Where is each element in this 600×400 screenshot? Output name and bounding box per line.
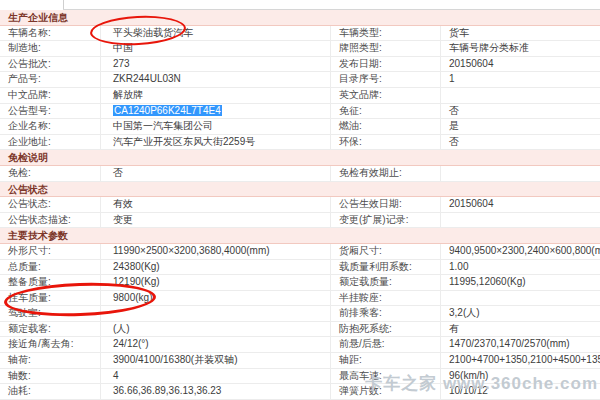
field-label: 中文品牌:: [0, 88, 100, 103]
table-row: 车辆名称:平头柴油载货汽车车辆类型:货车: [0, 26, 600, 42]
table-row: 公告状态:有效公告生效日期:20150604: [0, 197, 600, 213]
field-value: 汽车产业开发区东风大街2259号: [100, 135, 330, 150]
section-header: 生产企业信息: [0, 10, 600, 26]
field-value: 否: [100, 166, 330, 181]
field-label: 公告生效日期:: [330, 197, 440, 212]
table-row: 轴数:4最高车速:96(km/h): [0, 369, 600, 385]
field-label: 前排乘客:: [330, 306, 440, 321]
field-value: 12190(Kg): [100, 275, 330, 290]
field-value: 4: [100, 369, 330, 384]
field-value: ZKR244UL03N: [100, 72, 330, 87]
field-value: 36.66,36.89,36.13,36.23: [100, 384, 330, 399]
field-value: 9800(kg): [100, 291, 330, 306]
field-value: 96(km/h): [440, 369, 600, 384]
field-value: 中国: [100, 41, 330, 56]
field-label: 企业地址:: [0, 135, 100, 150]
field-value: 24/12(°): [100, 337, 330, 352]
field-label: 目录序号:: [330, 72, 440, 87]
field-label: 制造地:: [0, 41, 100, 56]
spec-table: 生产企业信息车辆名称:平头柴油载货汽车车辆类型:货车制造地:中国牌照类型:车辆号…: [0, 10, 600, 400]
field-value: 20150604: [440, 57, 600, 72]
field-label: 轴荷:: [0, 353, 100, 368]
field-value: 2100+4700+1350,2100+4500+1350(mm): [440, 353, 600, 368]
field-value: (人): [100, 322, 330, 337]
field-label: 整备质量:: [0, 275, 100, 290]
field-value: 有效: [100, 197, 330, 212]
field-value: 11990×2500×3200,3680,4000(mm): [100, 244, 330, 259]
field-value: 解放牌: [100, 88, 330, 103]
field-label: 英文品牌:: [330, 88, 440, 103]
field-label: 接近角/离去角:: [0, 337, 100, 352]
table-row: 公告批次:273发布日期:20150604: [0, 57, 600, 73]
field-label: 货厢尺寸:: [330, 244, 440, 259]
field-label: 外形尺寸:: [0, 244, 100, 259]
field-label: 挂车质量:: [0, 291, 100, 306]
field-value: [440, 88, 600, 103]
field-value: 1: [440, 72, 600, 87]
table-row: 中文品牌:解放牌英文品牌:: [0, 88, 600, 104]
table-row: 企业地址:汽车产业开发区东风大街2259号环保:否: [0, 135, 600, 151]
section-header: 主要技术参数: [0, 228, 600, 244]
table-row: 驾驶室:前排乘客:3,2(人): [0, 306, 600, 322]
field-value: [100, 306, 330, 321]
field-value: 3,2(人): [440, 306, 600, 321]
field-label: 总质量:: [0, 260, 100, 275]
table-row: 整备质量:12190(Kg)额定载质量:11995,12060(Kg): [0, 275, 600, 291]
field-value: 否: [440, 104, 600, 119]
field-label: 轴距:: [330, 353, 440, 368]
field-label: 产品号:: [0, 72, 100, 87]
field-label: 车辆名称:: [0, 26, 100, 41]
field-value: 平头柴油载货汽车: [100, 26, 330, 41]
field-value: [440, 291, 600, 306]
top-content-edge: [0, 0, 600, 10]
field-label: 额定载客:: [0, 322, 100, 337]
field-value: 24380(Kg): [100, 260, 330, 275]
field-label: 前悬/后悬:: [330, 337, 440, 352]
field-label: 公告状态:: [0, 197, 100, 212]
section-header: 公告状态: [0, 182, 600, 198]
field-label: 最高车速:: [330, 369, 440, 384]
field-value: 有: [440, 322, 600, 337]
field-value: [440, 213, 600, 228]
field-value: 11995,12060(Kg): [440, 275, 600, 290]
field-label: 环保:: [330, 135, 440, 150]
field-label: 公告批次:: [0, 57, 100, 72]
table-row: 轴荷:3900/4100/16380(并装双轴)轴距:2100+4700+135…: [0, 353, 600, 369]
field-value: 1470/2370,1470/2570(mm): [440, 337, 600, 352]
field-label: 半挂鞍座:: [330, 291, 440, 306]
field-label: 企业名称:: [0, 119, 100, 134]
field-label: 防抱死系统:: [330, 322, 440, 337]
field-label: 牌照类型:: [330, 41, 440, 56]
field-value: 273: [100, 57, 330, 72]
field-label: 公告型号:: [0, 104, 100, 119]
table-row: 额定载客:(人)防抱死系统:有: [0, 322, 600, 338]
field-label: 免检有效期止:: [330, 166, 440, 181]
field-label: 弹簧片数:: [330, 384, 440, 399]
table-row: 制造地:中国牌照类型:车辆号牌分类标准: [0, 41, 600, 57]
field-label: 变更(扩展)记录:: [330, 213, 440, 228]
field-value: 货车: [440, 26, 600, 41]
field-label: 驾驶室:: [0, 306, 100, 321]
field-value: CA1240P66K24L7T4E4: [100, 104, 330, 119]
field-value: 3900/4100/16380(并装双轴): [100, 353, 330, 368]
field-value: [440, 166, 600, 181]
table-row: 公告状态描述:变更变更(扩展)记录:: [0, 213, 600, 229]
selected-text: CA1240P66K24L7T4E4: [113, 105, 222, 116]
field-label: 发布日期:: [330, 57, 440, 72]
field-value: 是: [440, 119, 600, 134]
field-label: 免检:: [0, 166, 100, 181]
table-row: 免检:否免检有效期止:: [0, 166, 600, 182]
top-vertical-divider: [63, 0, 64, 9]
field-label: 额定载质量:: [330, 275, 440, 290]
table-row: 公告型号:CA1240P66K24L7T4E4免征:否: [0, 104, 600, 120]
field-value: 车辆号牌分类标准: [440, 41, 600, 56]
field-value: 中国第一汽车集团公司: [100, 119, 330, 134]
table-row: 企业名称:中国第一汽车集团公司燃油:是: [0, 119, 600, 135]
field-label: 公告状态描述:: [0, 213, 100, 228]
field-value: 变更: [100, 213, 330, 228]
field-label: 车辆类型:: [330, 26, 440, 41]
table-row: 接近角/离去角:24/12(°)前悬/后悬:1470/2370,1470/257…: [0, 337, 600, 353]
field-value: 9400,9500×2300,2400×600,800(mm): [440, 244, 600, 259]
table-row: 油耗:36.66,36.89,36.13,36.23弹簧片数:10/10/12: [0, 384, 600, 400]
field-value: 否: [440, 135, 600, 150]
